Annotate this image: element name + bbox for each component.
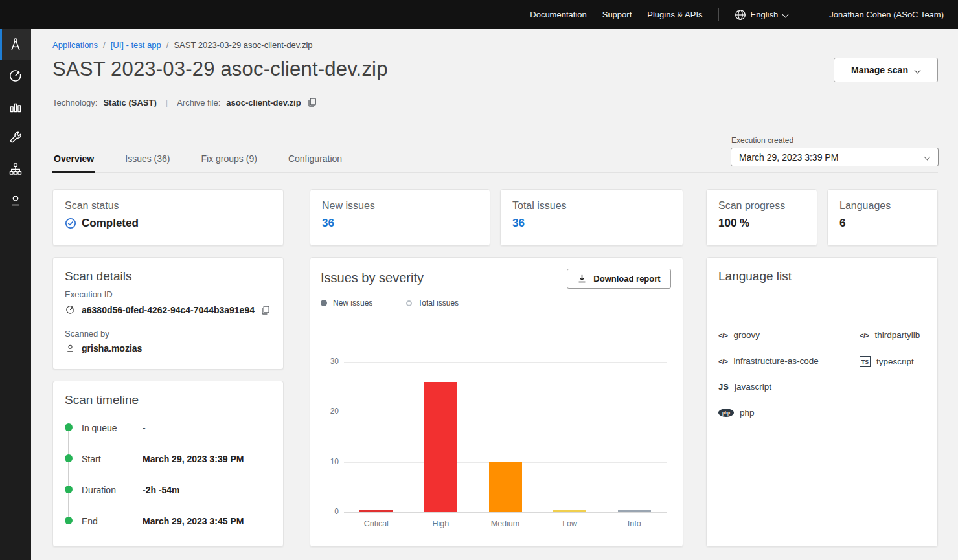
org-chart-icon	[8, 161, 23, 177]
language-item-thirdpartylib: </> thirdpartylib	[860, 330, 920, 340]
javascript-icon: JS	[718, 382, 729, 392]
breadcrumb-separator: /	[166, 40, 169, 50]
bar-chart-icon	[8, 99, 23, 115]
chart-ytick-label: 0	[313, 507, 339, 516]
language-selector[interactable]: English	[735, 9, 789, 21]
language-label: php	[740, 408, 755, 418]
languages-card: Languages 6	[827, 189, 938, 246]
user-menu[interactable]: Jonathan Cohen (ASoC Team)	[829, 10, 944, 19]
manage-scan-label: Manage scan	[851, 65, 908, 75]
breadcrumb-applications[interactable]: Applications	[52, 40, 98, 50]
code-icon: </>	[860, 331, 869, 339]
chevron-down-icon	[782, 12, 788, 17]
archive-file-label: Archive file:	[177, 98, 220, 107]
timeline-dot	[65, 486, 73, 493]
new-issues-value: 36	[322, 217, 334, 230]
language-list-title: Language list	[718, 269, 792, 284]
left-sidebar	[0, 29, 31, 560]
chart-bar-medium	[489, 462, 522, 512]
scan-details-card: Scan details Execution ID a6380d56-0fed-…	[52, 257, 284, 370]
total-issues-value: 36	[512, 217, 525, 230]
timeline-dot	[65, 454, 73, 462]
chart-xtick-label: High	[409, 519, 473, 528]
execution-created-value: March 29, 2023 3:39 PM	[739, 152, 838, 162]
scan-progress-value: 100 %	[718, 217, 749, 230]
sidebar-item-applications[interactable]	[0, 29, 31, 60]
chart-gridline	[344, 412, 667, 412]
globe-icon	[735, 9, 746, 21]
total-issues-card: Total issues 36	[500, 189, 683, 246]
chart-ytick-label: 30	[313, 357, 339, 366]
breadcrumb: Applications / [UI] - test app / SAST 20…	[52, 40, 313, 50]
languages-value: 6	[839, 217, 845, 230]
scan-progress-label: Scan progress	[718, 200, 785, 212]
chevron-down-icon	[924, 154, 930, 160]
scan-status-value: Completed	[65, 217, 139, 230]
scan-timeline-title: Scan timeline	[65, 393, 139, 407]
scanned-by-value: grisha.mozias	[82, 343, 142, 353]
language-label: javascript	[735, 382, 771, 392]
topbar-divider	[718, 8, 719, 21]
topbar-link-support[interactable]: Support	[602, 10, 632, 19]
gauge-icon	[8, 68, 23, 84]
execution-created-select[interactable]: March 29, 2023 3:39 PM	[731, 148, 939, 166]
breadcrumb-separator: /	[103, 40, 106, 50]
chart-bar-high	[424, 382, 457, 512]
person-icon	[65, 342, 76, 353]
sidebar-item-scans[interactable]	[0, 60, 31, 91]
language-item-typescript: TS typescript	[860, 356, 914, 367]
execution-id-value: a6380d56-0fed-4262-94c4-7044b3a91e94	[82, 305, 255, 315]
execution-id-label: Execution ID	[65, 289, 113, 299]
timeline-dot	[65, 517, 73, 524]
timeline-start-label: Start	[82, 454, 101, 464]
chart-plot-area	[344, 362, 667, 512]
chart-xtick-label: Critical	[344, 519, 409, 528]
main-content: Applications / [UI] - test app / SAST 20…	[31, 29, 958, 560]
timeline-dot	[65, 423, 73, 431]
language-item-php: php php	[718, 408, 755, 418]
language-label: typescript	[876, 357, 914, 366]
language-list-card: Language list </> groovy </> thirdpartyl…	[706, 257, 938, 547]
gauge-icon	[65, 304, 76, 315]
manage-scan-button[interactable]: Manage scan	[834, 58, 938, 82]
scan-status-card: Scan status Completed	[52, 189, 284, 246]
tab-overview[interactable]: Overview	[52, 148, 95, 172]
execution-id-row: a6380d56-0fed-4262-94c4-7044b3a91e94	[65, 304, 271, 315]
scanned-by-row: grisha.mozias	[65, 342, 142, 353]
copy-icon[interactable]	[260, 305, 271, 315]
person-icon	[8, 192, 23, 208]
topbar-link-plugins-apis[interactable]: Plugins & APIs	[647, 10, 702, 19]
breadcrumb-test-app[interactable]: [UI] - test app	[111, 40, 161, 50]
check-circle-icon	[65, 218, 76, 229]
chevron-down-icon	[915, 67, 920, 73]
chart-bar-low	[553, 510, 586, 512]
sidebar-item-tools[interactable]	[0, 122, 31, 153]
language-label: thirdpartylib	[874, 330, 920, 340]
sidebar-item-reports[interactable]	[0, 91, 31, 122]
sidebar-item-profile[interactable]	[0, 185, 31, 216]
code-icon: </>	[718, 331, 727, 339]
timeline-connector	[68, 431, 69, 521]
sidebar-item-organization[interactable]	[0, 153, 31, 185]
scan-timeline-card: Scan timeline In queue - Start March 29,…	[52, 381, 284, 547]
language-label: English	[751, 10, 779, 19]
timeline-duration-value: -2h -54m	[143, 485, 180, 495]
tab-issues[interactable]: Issues (36)	[124, 148, 171, 172]
chart-xtick-label: Low	[538, 519, 602, 528]
breadcrumb-current: SAST 2023-03-29 asoc-client-dev.zip	[174, 40, 312, 50]
timeline-in-queue-value: -	[143, 423, 146, 433]
new-issues-card: New issues 36	[310, 189, 490, 246]
tab-configuration[interactable]: Configuration	[287, 148, 343, 172]
topbar-link-documentation[interactable]: Documentation	[530, 10, 586, 19]
chart-ytick-label: 20	[313, 407, 339, 416]
copy-icon[interactable]	[307, 97, 317, 107]
php-icon: php	[718, 409, 734, 417]
language-item-groovy: </> groovy	[718, 330, 760, 340]
tab-fix-groups[interactable]: Fix groups (9)	[200, 148, 258, 172]
new-issues-label: New issues	[322, 200, 375, 212]
chart-bar-critical	[359, 510, 393, 512]
top-bar: Documentation Support Plugins & APIs Eng…	[0, 0, 958, 29]
languages-label: Languages	[839, 200, 891, 212]
scan-status-label: Scan status	[65, 200, 119, 212]
issues-by-severity-card: Issues by severity Download report New i…	[310, 257, 683, 547]
